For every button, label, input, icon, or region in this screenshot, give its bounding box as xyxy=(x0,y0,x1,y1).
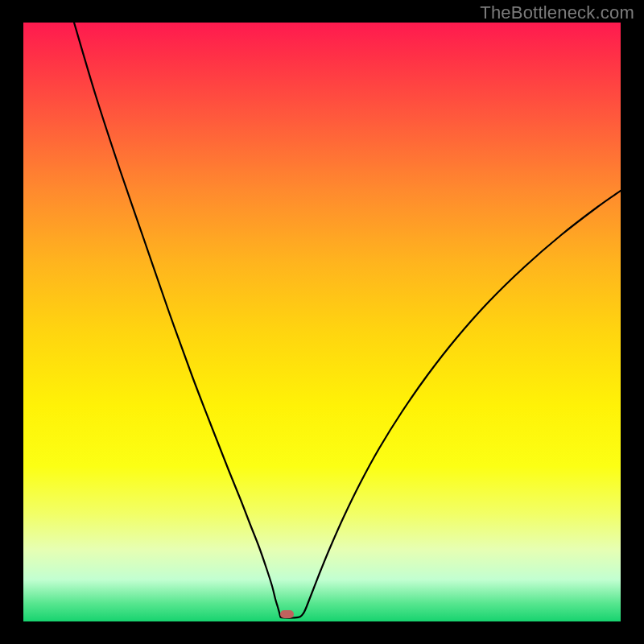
plot-area xyxy=(23,23,621,621)
watermark-text: TheBottleneck.com xyxy=(480,2,634,23)
bottleneck-curve xyxy=(23,23,621,621)
curve-path xyxy=(74,23,621,618)
optimal-marker xyxy=(280,610,294,618)
